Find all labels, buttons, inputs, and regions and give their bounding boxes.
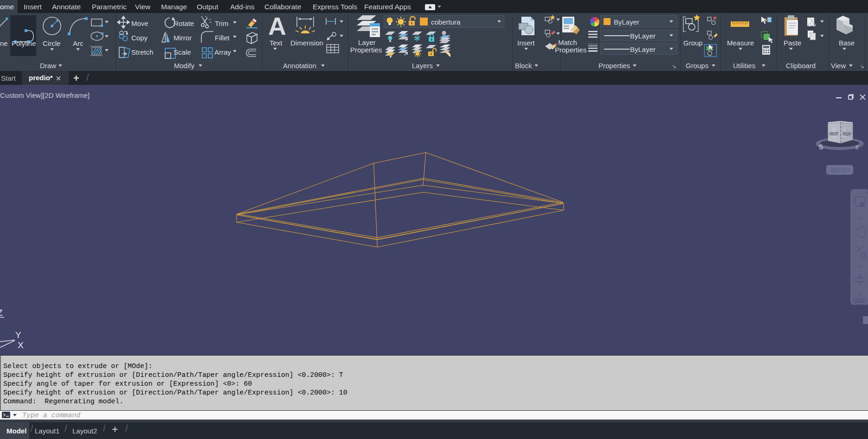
svg-text:WCS: WCS	[830, 166, 846, 174]
svg-text:FRONT: FRONT	[829, 131, 838, 137]
svg-text:Z: Z	[0, 308, 3, 318]
svg-text:RIGHT: RIGHT	[842, 131, 851, 137]
svg-text:X: X	[18, 340, 24, 350]
svg-text:Y: Y	[15, 330, 21, 340]
